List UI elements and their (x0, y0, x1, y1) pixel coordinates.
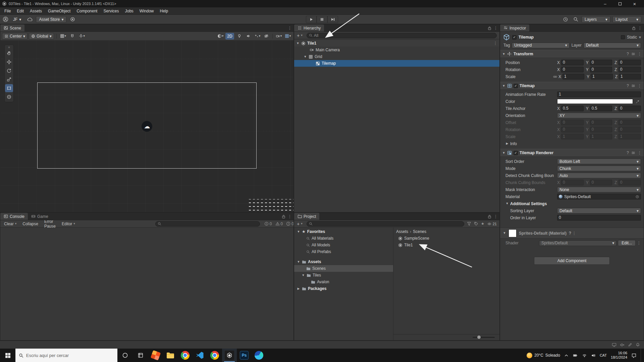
lighting-toggle-button[interactable] (235, 33, 243, 40)
audio-toggle-button[interactable] (244, 33, 252, 40)
asset-tile1[interactable]: Tile1 (393, 242, 499, 248)
grid-snap-dropdown[interactable]: ▾ (59, 33, 67, 40)
tab-inspector[interactable]: Inspector (500, 24, 529, 32)
sorting-layer-dropdown[interactable]: Default ▾ (557, 208, 641, 214)
clock[interactable]: 16:06 18/1/2024 (611, 351, 627, 360)
scale-y-field[interactable]: 1 (591, 74, 612, 79)
menu-assets[interactable]: Assets (27, 7, 45, 15)
kebab-menu-icon[interactable]: ⋮ (288, 215, 292, 219)
rotate-tool-button[interactable] (5, 67, 13, 75)
assets-root-row[interactable]: ▼ Assets (294, 258, 393, 265)
kebab-menu-icon[interactable]: ⋮ (288, 26, 292, 30)
saved-search-star-icon[interactable]: ★ (481, 222, 484, 226)
warning-count-badge[interactable]: 0 (274, 222, 285, 226)
help-icon[interactable]: ? (627, 151, 629, 155)
favorites-row[interactable]: ▼ ★ Favorites (294, 228, 393, 235)
menu-jobs[interactable]: Jobs (122, 7, 136, 15)
position-x-field[interactable]: 0 (561, 60, 584, 65)
tag-dropdown[interactable]: Untagged ▾ (512, 43, 569, 48)
sort-order-dropdown[interactable]: Bottom Left ▾ (557, 159, 641, 164)
pen-icon[interactable] (628, 343, 632, 347)
frame-rate-field[interactable]: 1 (557, 92, 641, 97)
chevron-down-icon[interactable]: ▾ (639, 35, 641, 39)
rotation-z-field[interactable]: 0 (619, 67, 641, 72)
search-button[interactable] (572, 16, 580, 23)
tab-game[interactable]: Game (28, 213, 52, 220)
taskbar-file-explorer[interactable] (163, 349, 178, 362)
hidden-icons-chevron[interactable] (564, 354, 569, 357)
account-dropdown[interactable]: JF ▾ (10, 16, 24, 23)
hierarchy-scene-row[interactable]: ▼ Tile1 ⋮ (294, 40, 499, 47)
2d-toggle-button[interactable]: 2D (225, 33, 234, 40)
menu-services[interactable]: Services (100, 7, 122, 15)
volume-icon[interactable] (591, 353, 596, 358)
snap-toggle-button[interactable] (68, 33, 76, 40)
favorite-all-prefabs[interactable]: All Prefabs (294, 248, 393, 255)
menu-component[interactable]: Component (73, 7, 100, 15)
favorite-all-models[interactable]: All Models (294, 242, 393, 248)
lock-icon[interactable] (488, 215, 491, 219)
lock-icon[interactable] (282, 215, 285, 219)
anchor-x-field[interactable]: 0.5 (561, 106, 584, 111)
edit-shader-button[interactable]: Edit... (618, 240, 636, 246)
kebab-menu-icon[interactable]: ⋮ (637, 241, 641, 245)
scene-viewport[interactable]: ☁ ≡ (0, 41, 293, 212)
foldout-open-icon[interactable]: ▼ (296, 42, 300, 45)
packages-root-row[interactable]: ▶ Packages (294, 285, 393, 292)
presets-icon[interactable] (631, 52, 635, 56)
hierarchy-item-grid[interactable]: ▼ Grid (294, 53, 499, 60)
close-button[interactable]: × (627, 0, 642, 7)
anchor-z-field[interactable]: 0 (619, 106, 641, 111)
menu-file[interactable]: File (1, 7, 14, 15)
thumbnail-size-slider[interactable] (473, 337, 495, 338)
battery-icon[interactable] (573, 353, 578, 358)
search-by-label-icon[interactable] (474, 222, 478, 226)
view-tool-button[interactable] (5, 49, 13, 57)
layers-dropdown[interactable]: Layers ▾ (582, 16, 610, 23)
tab-scene[interactable]: Scene (0, 24, 24, 32)
kebab-menu-icon[interactable]: ⋮ (638, 52, 642, 56)
maximize-button[interactable] (612, 0, 627, 7)
presets-icon[interactable] (631, 84, 635, 88)
kebab-menu-icon[interactable]: ⋮ (494, 26, 498, 30)
speaker-muted-icon[interactable] (620, 343, 625, 347)
tilemap-component-header[interactable]: ▼ ✓ Tilemap ? ⋮ (500, 82, 644, 90)
scale-x-field[interactable]: 1 (562, 74, 584, 79)
detect-chunk-dropdown[interactable]: Auto ▾ (557, 173, 641, 178)
language-indicator[interactable]: CAT (600, 353, 607, 357)
kebab-menu-icon[interactable]: ⋮ (638, 26, 642, 30)
scale-tool-button[interactable] (5, 75, 13, 83)
taskbar-search-box[interactable] (15, 349, 117, 362)
create-object-button[interactable]: + ▾ (296, 33, 304, 39)
gameobject-name-field[interactable]: Tilemap (519, 35, 619, 40)
menu-window[interactable]: Window (137, 7, 157, 15)
foldout-open-icon[interactable]: ▼ (502, 53, 505, 56)
mask-interaction-dropdown[interactable]: None ▾ (557, 187, 641, 192)
constrain-proportions-icon[interactable] (553, 75, 557, 78)
object-picker-icon[interactable] (635, 195, 639, 199)
console-log-area[interactable] (0, 228, 293, 340)
taskbar-chrome-2[interactable] (207, 349, 222, 362)
scale-z-field[interactable]: 1 (619, 74, 641, 79)
lock-icon[interactable] (488, 26, 491, 30)
folder-avalon[interactable]: Avalon (294, 279, 393, 285)
kebab-menu-icon[interactable]: ⋮ (572, 231, 576, 235)
account-avatar-icon[interactable] (3, 16, 8, 22)
rotation-y-field[interactable]: 0 (590, 67, 612, 72)
tab-hierarchy[interactable]: Hierarchy (294, 24, 324, 32)
help-icon[interactable]: ? (627, 84, 629, 88)
tool-handle-pivot-dropdown[interactable]: Center ▾ (2, 33, 28, 40)
layout-dropdown[interactable]: Layout ▾ (612, 16, 641, 23)
renderer-enabled-checkbox[interactable]: ✓ (514, 151, 518, 155)
material-object-field[interactable]: Sprites-Default (557, 194, 641, 199)
foldout-open-icon[interactable]: ▼ (502, 152, 505, 155)
scene-kebab-icon[interactable]: ⋮ (493, 41, 497, 45)
shader-dropdown[interactable]: Sprites/Default ▾ (539, 240, 616, 246)
create-asset-button[interactable]: + ▾ (296, 221, 304, 227)
overlay-grip-handle[interactable]: ≡ (8, 46, 10, 49)
anchor-y-field[interactable]: 0.5 (590, 106, 612, 111)
taskbar-chrome[interactable] (178, 349, 193, 362)
help-icon[interactable]: ? (627, 52, 629, 56)
show-desktop-strip[interactable] (641, 349, 643, 362)
foldout-open-icon[interactable]: ▼ (304, 55, 307, 58)
